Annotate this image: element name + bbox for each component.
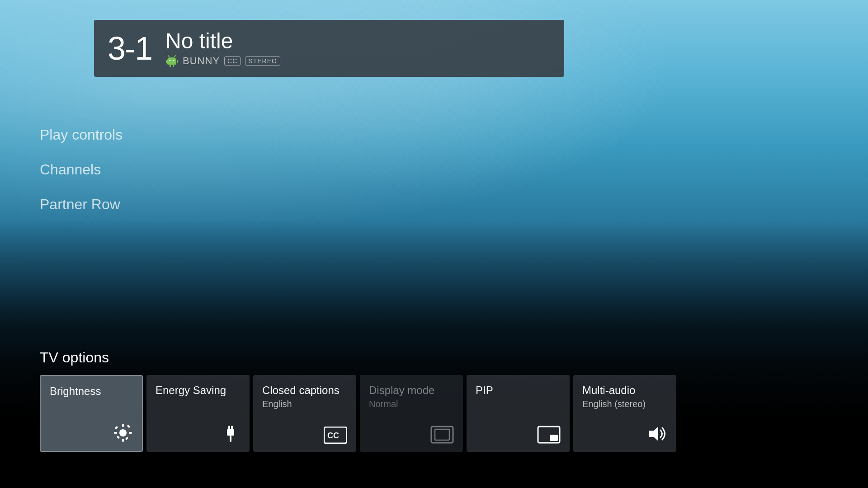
cc-badge: CC [224,56,241,66]
svg-rect-11 [114,432,117,434]
tv-options: TV options Brightness Energ [40,349,868,452]
closed-captions-sublabel: English [262,399,347,409]
brightness-label: Brightness [50,385,133,398]
svg-rect-18 [228,426,230,430]
svg-rect-12 [129,432,132,434]
energy-saving-label: Energy Saving [156,384,241,397]
channel-number: 3-1 [108,32,152,65]
sidebar: Play controls Channels Partner Row [40,127,123,213]
closed-captions-label: Closed captions [262,384,347,397]
svg-rect-13 [115,426,118,430]
cc-icon: CC [324,427,347,444]
svg-rect-14 [125,437,129,441]
svg-rect-26 [550,435,558,441]
svg-rect-15 [127,425,131,428]
svg-rect-5 [177,60,178,63]
channel-meta: BUNNY CC STEREO [165,55,280,67]
tv-options-title: TV options [40,349,868,366]
sidebar-item-partner-row[interactable]: Partner Row [40,196,123,213]
svg-rect-10 [122,439,124,442]
svg-point-2 [170,60,171,61]
channel-info: No title [165,29,280,68]
option-card-display-mode[interactable]: Display mode Normal [360,375,463,452]
svg-rect-4 [166,60,167,63]
option-card-energy-saving[interactable]: Energy Saving [146,375,250,452]
svg-rect-19 [231,426,233,430]
channel-title: No title [165,29,280,53]
option-card-pip[interactable]: PIP [467,375,570,452]
svg-point-3 [173,60,175,61]
svg-line-1 [174,56,175,57]
plug-icon [221,421,241,444]
android-icon [165,55,178,67]
multi-audio-label: Multi-audio [582,384,667,397]
svg-point-8 [119,429,127,436]
display-mode-label: Display mode [369,384,454,397]
svg-rect-24 [435,429,449,440]
sidebar-item-channels[interactable]: Channels [40,161,123,178]
channel-name: BUNNY [183,55,220,67]
pip-label: PIP [476,384,561,397]
option-card-brightness[interactable]: Brightness [40,375,143,452]
svg-rect-9 [122,424,124,427]
multi-audio-sublabel: English (stereo) [582,399,667,409]
svg-rect-20 [230,436,231,442]
brightness-icon [113,423,133,443]
option-card-multi-audio[interactable]: Multi-audio English (stereo) [573,375,676,452]
svg-line-0 [168,56,170,57]
options-grid: Brightness Energy Saving [40,375,868,452]
svg-rect-6 [170,65,171,67]
pip-icon [537,426,561,444]
channel-card: 3-1 No title [94,20,564,77]
svg-text:CC: CC [327,431,339,440]
option-card-closed-captions[interactable]: Closed captions English CC [253,375,356,452]
volume-icon [646,424,667,444]
display-mode-sublabel: Normal [369,399,454,409]
sidebar-item-play-controls[interactable]: Play controls [40,127,123,143]
svg-rect-16 [117,436,120,439]
aspect-ratio-icon [430,426,454,444]
svg-rect-17 [227,429,234,436]
stereo-badge: STEREO [245,56,280,66]
svg-rect-7 [173,65,174,67]
